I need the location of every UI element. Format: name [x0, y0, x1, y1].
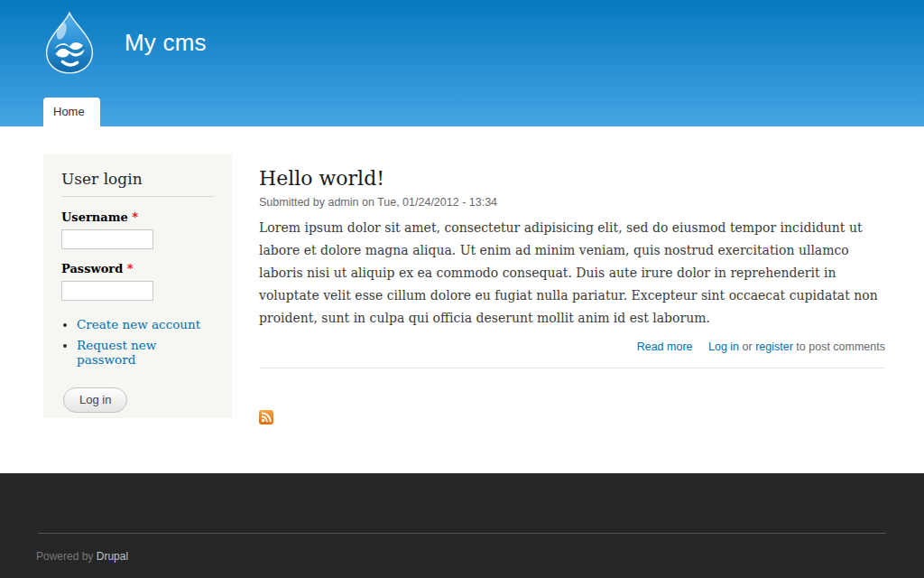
create-new-account-link[interactable]: Create new account [77, 317, 200, 331]
user-links-list: Create new account Request new password [77, 317, 214, 367]
powered-by: Powered by Drupal [36, 550, 888, 563]
article-title: Hello world! [259, 167, 885, 190]
node-links-row: Read more Log in or register to post com… [259, 340, 885, 353]
password-input[interactable] [61, 281, 153, 301]
required-marker: * [127, 262, 134, 275]
log-in-button[interactable]: Log in [63, 387, 127, 413]
site-header: My cms Home [0, 0, 924, 126]
user-login-block: User login Username * Password * Create … [43, 154, 232, 418]
or-text: or [743, 340, 753, 353]
password-label: Password * [61, 262, 214, 275]
site-name[interactable]: My cms [125, 29, 207, 57]
list-item: Create new account [77, 317, 214, 331]
submitted-line: Submitted by admin on Tue, 01/24/2012 - … [259, 196, 885, 209]
article-body: Lorem ipsum dolor sit amet, consectetur … [259, 217, 885, 330]
drupal-link[interactable]: Drupal [97, 550, 128, 563]
required-marker: * [132, 210, 138, 224]
drupal-logo-icon[interactable] [43, 12, 96, 75]
block-title: User login [61, 170, 214, 197]
main-menu: Home [43, 98, 100, 126]
password-form-item: Password * [61, 262, 214, 301]
username-label: Username * [61, 210, 214, 224]
content-divider [259, 368, 885, 368]
read-more-link[interactable]: Read more [637, 340, 693, 353]
request-new-password-link[interactable]: Request new password [77, 338, 156, 367]
list-item: Request new password [77, 338, 214, 367]
rss-icon[interactable] [259, 410, 273, 424]
post-comments-text: to post comments [796, 340, 885, 353]
register-link[interactable]: register [755, 340, 793, 353]
tab-home[interactable]: Home [43, 98, 100, 126]
log-in-link[interactable]: Log in [708, 340, 739, 353]
footer-divider [38, 533, 886, 534]
content-region: Hello world! Submitted by admin on Tue, … [259, 154, 885, 428]
username-input[interactable] [61, 229, 153, 249]
username-form-item: Username * [61, 210, 214, 249]
site-footer: Powered by Drupal [0, 473, 924, 578]
main-area: User login Username * Password * Create … [0, 126, 924, 473]
